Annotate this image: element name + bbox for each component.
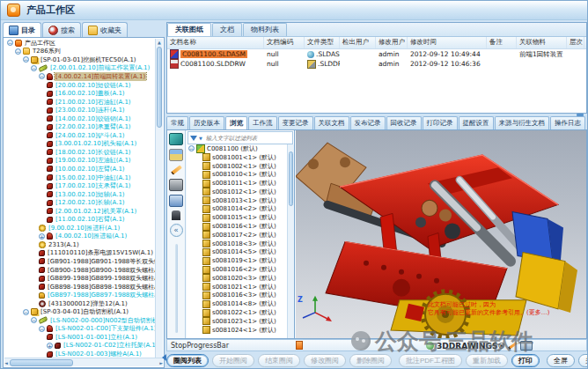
tree-item[interactable]: [9.00.02.10]推进杆(A.1) — [5, 224, 155, 232]
table-row[interactable]: C0081100.SLDDRWnull.SLDDRWadmin2012-09-1… — [167, 59, 586, 69]
left-tab-收藏夹[interactable]: 收藏夹 — [82, 22, 128, 37]
doc-tab-关联图纸[interactable]: 关联图纸 — [167, 23, 211, 36]
model-root-item[interactable]: −C0081100 (默认) — [188, 144, 286, 153]
print-icon[interactable] — [520, 341, 533, 351]
tree-item[interactable]: [10.00.02.10]左臂(A.1) — [5, 165, 155, 173]
tree-vertical-scrollbar[interactable]: ▲ — [155, 39, 163, 358]
tree-item[interactable]: [14.00.02.10]铰链销(A.1) — [5, 114, 155, 123]
model-item[interactable]: s0081001<1> (默认) — [188, 153, 286, 162]
model-item[interactable]: s0081016<2> (默认) — [188, 265, 286, 274]
tree-item[interactable]: [22.00.02.10]承重臂(A.1) — [5, 122, 155, 131]
left-tab-搜索[interactable]: 搜索 — [42, 22, 81, 37]
filter-dropdown-icon[interactable]: ▼ — [199, 136, 202, 141]
model-item[interactable]: s0081021<1> (默认) — [188, 283, 286, 292]
expand-toggle-icon[interactable]: + — [47, 343, 53, 349]
column-header[interactable]: 文档编码 — [264, 37, 305, 48]
table-row[interactable]: C0081100.SLDASMnull.SLDASMadmin2012-09-1… — [167, 49, 586, 59]
tree-item[interactable]: 2313(A.1) — [5, 240, 155, 249]
detail-tab-常规[interactable]: 常规 — [166, 116, 188, 129]
collapse-toggle-icon[interactable]: − — [15, 48, 21, 55]
detail-tab-工作流[interactable]: 工作流 — [248, 116, 277, 129]
tree-horizontal-scrollbar[interactable]: ◄ ► — [4, 358, 163, 366]
model-list-scrollbar[interactable] — [287, 144, 294, 338]
column-header[interactable]: 层次 — [567, 37, 584, 48]
doc-tab-文档[interactable]: 文档 — [212, 23, 242, 36]
detail-tab-变更记录[interactable]: 变更记录 — [278, 116, 313, 129]
scroll-thumb[interactable] — [157, 47, 162, 128]
button-关闭[interactable]: 关闭 — [578, 354, 588, 367]
tree-item[interactable]: −[LS-N002-01-C00]下支架组件(A.1) — [5, 325, 155, 334]
collapse-toggle-icon[interactable]: − — [31, 317, 37, 323]
tree-item[interactable]: −T286系列 — [5, 48, 155, 56]
button-圈阅列表[interactable]: 圈阅列表 — [166, 354, 209, 367]
model-item[interactable]: s0081010<1> (默认) — [188, 170, 286, 179]
detail-tab-操作日志[interactable]: 操作日志 — [550, 116, 585, 129]
tree-item[interactable]: −[SP-03-04-01]自动切割机(A.1) — [5, 308, 155, 317]
column-header[interactable]: 文件类型 — [305, 37, 340, 48]
model-item[interactable]: s0081014<5> (默认) — [188, 248, 286, 257]
stamp-icon[interactable] — [172, 210, 180, 220]
tree-item[interactable]: [13.00.02.10]短轴(A.1) — [5, 190, 155, 199]
scroll-up-icon[interactable]: ▲ — [156, 39, 163, 46]
model-item[interactable]: s0081012<1> (默认) — [188, 188, 286, 196]
3d-viewer[interactable]: Z 此文档可能已过时，因为 它具有可能已更新的文件参考引用。(更多…) — [296, 130, 586, 338]
collapse-toggle-icon[interactable]: − — [39, 73, 45, 79]
tree-item[interactable]: +[LS-N002-01-C02]立柱托架(A.1) — [5, 342, 155, 351]
tree-item[interactable]: [4313000012]弹垫12(A.1) — [5, 299, 155, 308]
model-item[interactable]: s0081016<3> (默认) — [188, 292, 286, 300]
model-item[interactable]: s0081017<2> (默认) — [188, 231, 286, 240]
tree-item[interactable]: [17.00.02.10]支承臂(A.1) — [5, 181, 155, 190]
markup-pencil-icon[interactable] — [509, 342, 518, 350]
tree-item[interactable]: [12.00.02.10]长轴(A.1) — [5, 198, 155, 207]
tree-item[interactable]: [2.00.01.02.12]机关罩(A.1) — [5, 207, 155, 216]
model-item[interactable]: s0081013<1> (默认) — [188, 196, 286, 205]
tree-item[interactable]: [GB898-1988]GB898-1988双头螺柱A型(A.1) — [5, 283, 155, 292]
collapse-toggle-icon[interactable]: − — [23, 56, 29, 63]
tree-item[interactable]: [GB899-1988]GB899-1988双头螺柱A型(A.1) — [5, 274, 155, 283]
doc-tab-物料列表[interactable]: 物料列表 — [243, 23, 287, 36]
column-header[interactable]: 文档名称 — [167, 37, 264, 48]
scroll-thumb[interactable] — [289, 151, 293, 206]
tree-item[interactable]: [21.00.02.10]右油缸(A.1) — [5, 98, 155, 107]
tree-item[interactable]: [18.00.02.10]长铰链(A.1) — [5, 148, 155, 157]
tree-item[interactable]: [24.00.02.10]铲斗(A.1) — [5, 131, 155, 140]
filter-input[interactable] — [204, 134, 292, 143]
scroll-left-icon[interactable]: ◄ — [4, 359, 8, 366]
image-icon[interactable] — [169, 149, 183, 161]
detail-tab-历史版本[interactable]: 历史版本 — [189, 116, 224, 129]
detail-tab-关联文档[interactable]: 关联文档 — [314, 116, 349, 129]
tree-item[interactable]: [19.00.02.10]左油缸(A.1) — [5, 157, 155, 166]
model-item[interactable]: s0081014<2> (默认) — [188, 205, 286, 214]
camera-icon[interactable] — [169, 179, 183, 191]
tree-item[interactable]: [15.00.02.10]中油缸(A.1) — [5, 173, 155, 182]
detail-tab-发布记录[interactable]: 发布记录 — [350, 116, 386, 129]
tree-item[interactable]: [16.00.02.10]盖板(A.1) — [5, 89, 155, 98]
tree-item[interactable]: −[4.00.02.14]前端回转装置(A.1) — [5, 72, 155, 81]
filter-funnel-icon[interactable] — [190, 136, 197, 141]
tree-item[interactable]: [3.00.01.02.10]机头箱(A.1) — [5, 140, 155, 149]
detail-tab-回收记录[interactable]: 回收记录 — [386, 116, 422, 129]
tree-item[interactable]: [LS-N002-01-003]螺栓A(A.1) — [5, 350, 155, 358]
collapse-toggle-icon[interactable]: − — [39, 326, 45, 332]
button-全屏[interactable]: 全屏 — [547, 354, 575, 367]
tree-item[interactable]: [GB900-1988]GB900-1988双头螺柱A型(A.1) — [5, 266, 155, 275]
toolbar-scrollbar[interactable] — [175, 244, 178, 333]
column-header[interactable]: 修改时间 — [408, 37, 487, 48]
model-item[interactable]: s0081015<1> (默认) — [188, 213, 286, 222]
tree-item[interactable]: [23.00.02.10]连杆(A.1) — [5, 106, 155, 114]
expand-toggle-icon[interactable]: + — [39, 233, 45, 240]
collapse-toggle-icon[interactable]: − — [7, 40, 13, 46]
model-icon[interactable] — [169, 133, 183, 145]
detail-tab-提醒设置[interactable]: 提醒设置 — [459, 116, 494, 129]
collapse-panel-button[interactable]: « — [170, 224, 183, 237]
model-item[interactable]: s0081014<8> (默认) — [188, 299, 286, 308]
column-header[interactable]: 关联物料 — [517, 37, 567, 48]
model-item[interactable]: s0081011<1> (默认) — [188, 179, 286, 188]
button-打印[interactable]: 打印 — [511, 354, 540, 367]
tree-item[interactable]: [LS-N001-01-001]立柱(A.1) — [5, 333, 155, 342]
model-item[interactable]: s0081022<1> (默认) — [188, 308, 286, 317]
model-item[interactable]: s0081002<1> (默认) — [188, 162, 286, 171]
model-item[interactable]: s0081023<1> (默认) — [188, 317, 286, 326]
tree-item[interactable]: +[4.00.02.10]推进箱(A.1) — [5, 232, 155, 241]
tree-item[interactable]: −[LS-N002-00-000]N002型自动切割机(A.1) — [5, 316, 155, 325]
